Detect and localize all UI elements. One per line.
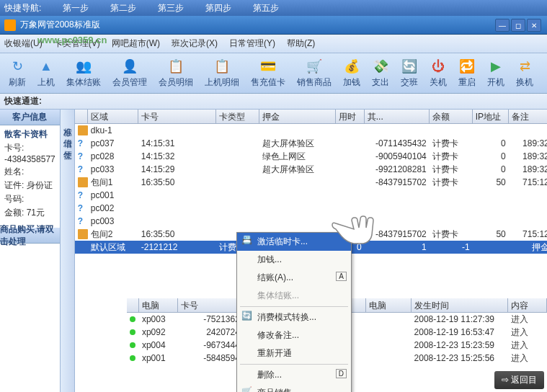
menu-card[interactable]: 卡类管理(V)	[54, 37, 100, 50]
tab-note[interactable]: 便签	[60, 138, 75, 150]
toolbar-支出[interactable]: 💸支出	[366, 56, 395, 90]
menu-shortcut: D	[336, 369, 347, 378]
bottom-col-header[interactable]: 卡号	[178, 298, 243, 312]
toolbar-集体结账[interactable]: 👥集体结账	[61, 56, 107, 90]
quick-label: 快速通道:	[4, 95, 42, 107]
grid-col-header[interactable]: 余额	[430, 110, 473, 123]
menu-shift[interactable]: 班次记录(X)	[172, 37, 218, 50]
menu-item[interactable]: 📇激活临时卡...	[237, 233, 351, 251]
maximize-button[interactable]: ◻	[511, 19, 525, 32]
top-nav: 快捷导航: 第一步 第二步 第三步 第四步 第五步	[0, 0, 547, 16]
menu-item: 集体结账...	[237, 287, 351, 305]
minimize-button[interactable]: —	[495, 19, 510, 32]
nav-step-2[interactable]: 第二步	[110, 2, 136, 14]
card-field: 卡号: -4384358577	[4, 142, 55, 164]
toolbar-刷新[interactable]: ↻刷新	[3, 56, 32, 90]
toolbar-label: 支出	[372, 76, 389, 89]
toolbar-label: 销售商品	[297, 76, 332, 89]
grid-col-header[interactable]: 卡类型	[216, 110, 259, 123]
menu-item[interactable]: 结账(A)...A	[237, 269, 351, 287]
grid-row[interactable]: ?pc03314:15:29超大屏体验区-9921208281计费卡0189:3…	[75, 163, 547, 176]
toolbar-上机[interactable]: ▲上机	[32, 56, 61, 90]
grid-col-header[interactable]: IP地址	[473, 110, 509, 123]
menu-item[interactable]: 加钱...	[237, 251, 351, 269]
menu-item[interactable]: 🔄消费模式转换...	[237, 308, 351, 326]
nav-step-4[interactable]: 第四步	[205, 2, 231, 14]
grid-row[interactable]: dku-1	[75, 124, 547, 137]
toolbar-icon: 🔁	[458, 58, 476, 75]
menu-item[interactable]: 🛒商品销售...	[237, 384, 351, 392]
toolbar-重启[interactable]: 🔁重启	[453, 56, 481, 90]
tab-vas[interactable]: 增值	[60, 127, 75, 138]
grid-col-header[interactable]: 其...	[365, 110, 430, 123]
nav-step-5[interactable]: 第五步	[253, 2, 279, 14]
menu-cashier[interactable]: 收银端(U)	[4, 37, 43, 50]
grid-col-header[interactable]: 用时	[336, 110, 365, 123]
menu-icon: 📇	[241, 235, 253, 246]
return-button[interactable]: ⇨ 返回目	[494, 371, 544, 389]
pc-icon: ?	[78, 164, 83, 174]
grid-col-header[interactable]	[75, 110, 88, 123]
toolbar-label: 上机	[37, 76, 55, 89]
toolbar-icon: 💳	[259, 58, 277, 75]
card-field: 姓名:	[4, 166, 55, 178]
bottom-col-header[interactable]: 电脑	[366, 298, 412, 312]
toolbar-交班[interactable]: 🔄交班	[395, 56, 424, 90]
grid-row[interactable]: ?pc001	[75, 189, 547, 202]
toolbar-加钱[interactable]: 💰加钱	[337, 56, 366, 90]
menu-daily[interactable]: 日常管理(Y)	[229, 37, 275, 50]
status-dot-icon	[130, 355, 135, 361]
grid-body[interactable]: dku-1?pc03714:15:31超大屏体验区-0711435432计费卡0…	[75, 124, 547, 241]
toolbar-icon: 🔄	[401, 58, 418, 75]
grid-col-header[interactable]: 备注	[509, 110, 547, 123]
nav-step-3[interactable]: 第三步	[158, 2, 184, 14]
menu-label: 激活临时卡...	[257, 236, 308, 246]
card-field: 证件: 身份证	[4, 179, 55, 192]
bottom-col-header[interactable]: 内容	[508, 298, 547, 312]
menu-icon: 🛒	[241, 386, 253, 392]
toolbar-icon: ⇄	[516, 58, 533, 75]
context-menu[interactable]: 📇激活临时卡...加钱...结账(A)...A集体结账...🔄消费模式转换...…	[236, 232, 352, 392]
menu-bar: 收银端(U) 卡类管理(V) 网吧超市(W) 班次记录(X) 日常管理(Y) 帮…	[0, 35, 547, 53]
menu-item[interactable]: 删除...D	[237, 366, 351, 384]
toolbar-icon: 📋	[213, 58, 231, 75]
toolbar-label: 开机	[487, 76, 504, 89]
close-button[interactable]: ✕	[527, 19, 541, 32]
toolbar-icon: 👤	[121, 58, 138, 75]
toolbar-icon: 💸	[372, 58, 389, 75]
toolbar-icon: ↻	[9, 58, 26, 75]
toolbar-会员明细[interactable]: 📋会员明细	[153, 56, 199, 90]
tab-standard[interactable]: 标准	[60, 115, 75, 127]
bottom-col-header[interactable]	[127, 298, 139, 312]
bottom-col-header[interactable]: 发生时间	[412, 298, 508, 312]
folder-icon	[78, 125, 88, 135]
bottom-col-header[interactable]: 电脑	[139, 298, 178, 312]
grid-col-header[interactable]: 区域	[88, 110, 138, 123]
app-title: 万象网管2008标准版	[20, 19, 100, 31]
toolbar-售充值卡[interactable]: 💳售充值卡	[245, 56, 291, 90]
menu-item[interactable]: 修改备注...	[237, 326, 351, 344]
toolbar-换机[interactable]: ⇄换机	[510, 56, 539, 90]
grid-row[interactable]: ?pc002	[75, 202, 547, 215]
toolbar-销售商品[interactable]: 🛒销售商品	[291, 56, 337, 90]
grid-row[interactable]: ?pc02814:15:32绿色上网区-9005940104计费卡0189:32	[75, 150, 547, 163]
nav-step-1[interactable]: 第一步	[63, 2, 89, 14]
menu-mart[interactable]: 网吧超市(W)	[112, 37, 160, 50]
grid-row[interactable]: 包间116:35:50-8437915702计费卡50715:12	[75, 176, 547, 189]
toolbar-关机[interactable]: ⏻关机	[424, 56, 453, 90]
toolbar-会员管理[interactable]: 👤会员管理	[107, 56, 153, 90]
menu-help[interactable]: 帮助(Z)	[287, 37, 315, 50]
grid-col-header[interactable]: 卡号	[138, 110, 216, 123]
menu-label: 加钱...	[257, 254, 282, 264]
menu-item[interactable]: 重新开通	[237, 344, 351, 362]
menu-label: 商品销售...	[257, 388, 299, 392]
toolbar-上机明细[interactable]: 📋上机明细	[199, 56, 245, 90]
grid-row[interactable]: ?pc03714:15:31超大屏体验区-0711435432计费卡0189:3…	[75, 137, 547, 150]
grid-col-header[interactable]: 押金	[259, 110, 336, 123]
toolbar-icon: 📋	[167, 58, 184, 75]
status-dot-icon	[130, 329, 135, 335]
toolbar-开机[interactable]: ▶开机	[481, 56, 510, 90]
title-bar: 万象网管2008标准版	[0, 16, 547, 35]
toolbar-label: 会员管理	[112, 76, 147, 89]
grid-row[interactable]: ?pc003	[75, 215, 547, 228]
